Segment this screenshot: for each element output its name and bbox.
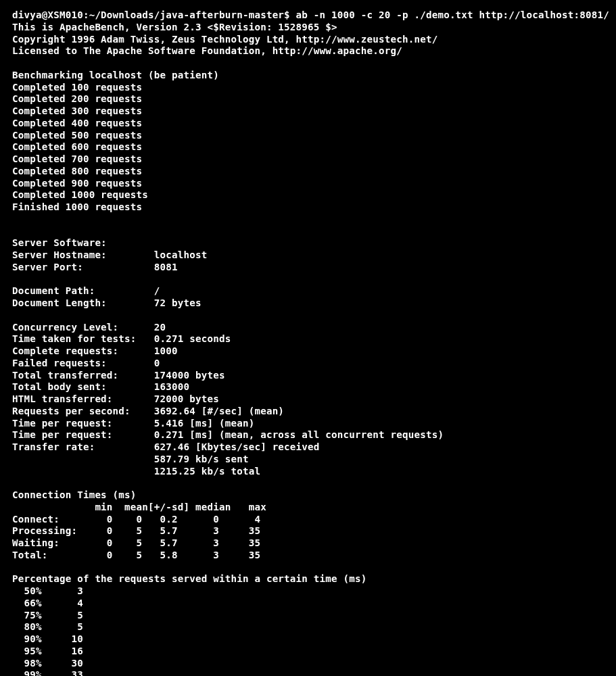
terminal-output: divya@XSM010:~/Downloads/java-afterburn-… xyxy=(0,0,616,676)
